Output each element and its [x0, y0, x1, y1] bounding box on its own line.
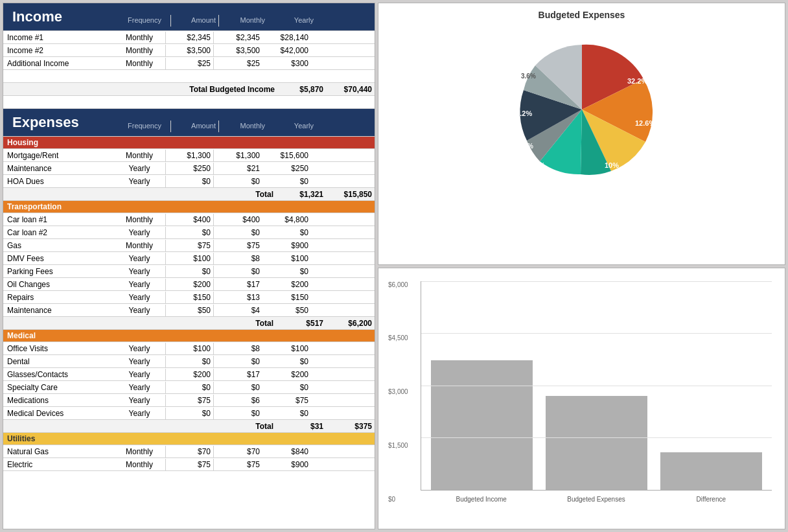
- med2: Dental $0 $0: [3, 355, 375, 368]
- housing-total-monthly: $1,321: [277, 189, 326, 200]
- bar-label-expenses: Budgeted Expenses: [545, 496, 647, 503]
- hr1-yearly: $15,600: [262, 150, 311, 161]
- income-row-1-yearly: $28,140: [262, 32, 311, 43]
- hr2-yearly: $250: [262, 163, 311, 174]
- income-row-3-amount[interactable]: [165, 58, 214, 69]
- tr4: DMV Fees $8 $100: [3, 252, 375, 265]
- income-total-row: Total Budgeted Income $5,870 $70,440: [3, 83, 375, 96]
- bar-group-diff: [660, 452, 762, 490]
- income-row-1-freq[interactable]: [113, 32, 165, 43]
- income-total-monthly: $5,870: [277, 84, 326, 95]
- income-row-1-monthly: $2,345: [214, 32, 262, 43]
- income-row-2-name: Income #2: [3, 45, 113, 56]
- bar-income: [431, 360, 533, 490]
- hr2-monthly: $21: [214, 163, 262, 174]
- hr1-freq[interactable]: [113, 150, 165, 161]
- tr1: Car loan #1 $400 $4,800: [3, 213, 375, 226]
- income-row-3-monthly: $25: [214, 58, 262, 69]
- housing-row-1: Mortgage/Rent $1,300 $15,600: [3, 149, 375, 162]
- svg-text:7.4%: 7.4%: [569, 175, 584, 182]
- housing-total-yearly: $15,850: [326, 189, 375, 200]
- tr3: Gas $75 $900: [3, 239, 375, 252]
- med6: Medical Devices $0 $0: [3, 407, 375, 420]
- transport-total: Total $517 $6,200: [3, 317, 375, 330]
- income-row-3-freq[interactable]: [113, 58, 165, 69]
- income-total-spacer: [113, 88, 165, 91]
- pie-chart-title: Budgeted Expenses: [539, 10, 625, 20]
- income-total-label: [3, 88, 113, 91]
- income-freq-header: Frequency: [119, 15, 170, 27]
- med1: Office Visits $8 $100: [3, 342, 375, 355]
- svg-text:3.3%: 3.3%: [518, 143, 533, 150]
- hr2-freq[interactable]: [113, 163, 165, 174]
- svg-text:10%: 10%: [605, 161, 619, 169]
- housing-row-2: Maintenance $21 $250: [3, 162, 375, 175]
- pie-chart-svg: 32.2% 12.6% 10% 7.4% 8.5% 3.3% 12.2% 3.6…: [485, 25, 679, 194]
- income-row-3-yearly: $300: [262, 58, 311, 69]
- expenses-header: Expenses Frequency Amount Monthly Yearly: [3, 109, 375, 137]
- tr5: Parking Fees $0 $0: [3, 265, 375, 278]
- hr2-name: Maintenance: [3, 163, 113, 174]
- housing-total-label: Total: [3, 190, 277, 199]
- income-row-2-yearly: $42,000: [262, 45, 311, 56]
- utilities-label: Utilities: [7, 434, 35, 443]
- bar-chart-box: $6,000 $4,500 $3,000 $1,500 $0: [378, 268, 785, 530]
- income-row-2-freq[interactable]: [113, 45, 165, 56]
- tr6: Oil Changes $17 $200: [3, 278, 375, 291]
- med4: Specialty Care $0 $0: [3, 381, 375, 394]
- tr2: Car loan #2 $0 $0: [3, 226, 375, 239]
- util1: Natural Gas $70 $840: [3, 445, 375, 458]
- housing-row-3: HOA Dues $0 $0: [3, 175, 375, 188]
- util2: Electric $75 $900: [3, 458, 375, 471]
- x-axis-labels: Budgeted Income Budgeted Expenses Differ…: [421, 493, 772, 503]
- tr7: Repairs $13 $150: [3, 291, 375, 304]
- exp-monthly-header: Monthly: [219, 121, 268, 132]
- income-row-3: Additional Income $25 $300: [3, 57, 375, 70]
- income-monthly-header: Monthly: [219, 15, 268, 27]
- med5: Medications $6 $75: [3, 394, 375, 407]
- hr1-name: Mortgage/Rent: [3, 150, 113, 161]
- income-row-2-monthly: $3,500: [214, 45, 262, 56]
- medical-label: Medical: [7, 331, 36, 340]
- hr3-amount[interactable]: [165, 176, 214, 187]
- bar-label-diff: Difference: [660, 496, 762, 503]
- income-row-1-amount[interactable]: [165, 32, 214, 43]
- bar-group-income: [431, 360, 533, 490]
- income-total-budgeted-label: Total Budgeted Income: [165, 85, 277, 94]
- spacer-row: [3, 70, 375, 83]
- income-title: Income: [8, 7, 119, 27]
- med3: Glasses/Contacts $17 $200: [3, 368, 375, 381]
- exp-amount-header: Amount: [170, 121, 219, 132]
- exp-yearly-header: Yearly: [268, 121, 316, 132]
- medical-header: Medical: [3, 330, 375, 342]
- transport-label: Transportation: [7, 202, 62, 211]
- income-amount-header: Amount: [170, 15, 219, 27]
- spacer-row-2: [3, 96, 375, 109]
- svg-text:12.6%: 12.6%: [635, 119, 655, 127]
- bar-label-income: Budgeted Income: [430, 496, 532, 503]
- income-row-2: Income #2 $3,500 $42,000: [3, 44, 375, 57]
- hr3-monthly: $0: [214, 176, 262, 187]
- bar-expenses: [546, 396, 647, 490]
- hr1-monthly: $1,300: [214, 150, 262, 161]
- income-yearly-header: Yearly: [268, 15, 316, 27]
- income-row-2-amount[interactable]: [165, 45, 214, 56]
- pie-chart-box: Budgeted Expenses: [378, 3, 785, 265]
- income-row-3-name: Additional Income: [3, 58, 113, 69]
- hr2-amount[interactable]: [165, 163, 214, 174]
- transport-header: Transportation: [3, 201, 375, 213]
- svg-text:8.5%: 8.5%: [530, 162, 545, 169]
- transport-total-label: Total: [3, 319, 277, 328]
- svg-text:12.2%: 12.2%: [512, 110, 532, 117]
- hr3-name: HOA Dues: [3, 176, 113, 187]
- bar-group-expenses: [546, 396, 647, 490]
- svg-text:3.6%: 3.6%: [521, 73, 536, 80]
- income-row-1-name: Income #1: [3, 32, 113, 43]
- income-row-1: Income #1 $2,345 $28,140: [3, 31, 375, 44]
- utilities-header: Utilities: [3, 433, 375, 445]
- hr3-freq[interactable]: [113, 176, 165, 187]
- y-axis-labels: $6,000 $4,500 $3,000 $1,500 $0: [388, 281, 408, 503]
- income-total-yearly: $70,440: [326, 84, 375, 95]
- hr1-amount[interactable]: [165, 150, 214, 161]
- housing-label: Housing: [7, 138, 38, 147]
